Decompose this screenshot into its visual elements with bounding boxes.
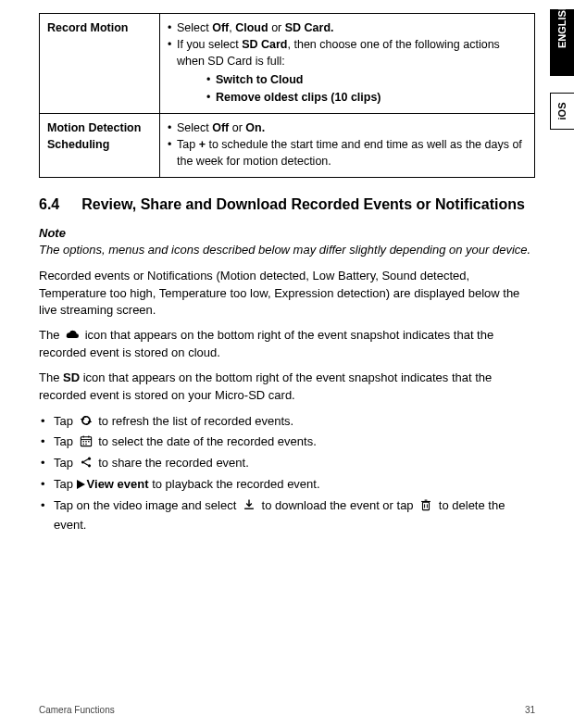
note-text: The options, menus and icons described b… <box>39 242 535 258</box>
list-item: Switch to Cloud <box>206 71 527 88</box>
svg-rect-8 <box>85 444 86 445</box>
svg-point-10 <box>88 458 91 460</box>
platform-tab-ios: iOS <box>550 93 574 130</box>
list-item: Select Off or On. <box>168 119 527 136</box>
list-item: Tap on the video image and select to dow… <box>39 496 535 535</box>
action-list: Tap to refresh the list of recorded even… <box>39 412 535 535</box>
list-item: Tap to share the recorded event. <box>39 454 535 473</box>
calendar-icon <box>79 434 94 447</box>
svg-line-12 <box>83 459 87 461</box>
note-label: Note <box>39 226 535 240</box>
section-title: Review, Share and Download Recorded Even… <box>81 195 525 215</box>
settings-table: Record Motion Select Off, Cloud or SD Ca… <box>39 13 535 178</box>
svg-rect-6 <box>88 441 89 442</box>
list-item: Tap View event to playback the recorded … <box>39 475 535 495</box>
list-item: Tap to select the date of the recorded e… <box>39 433 535 452</box>
setting-value: Select Off, Cloud or SD Card. If you sel… <box>160 14 535 114</box>
svg-rect-14 <box>423 502 430 509</box>
trash-icon <box>418 498 433 511</box>
setting-label: Motion Detection Scheduling <box>40 113 160 177</box>
share-icon <box>79 456 94 469</box>
footer-section: Camera Functions <box>39 705 115 715</box>
list-item: Select Off, Cloud or SD Card. <box>168 19 527 36</box>
svg-rect-7 <box>82 444 83 445</box>
svg-rect-5 <box>85 441 86 442</box>
list-item: Remove oldest clips (10 clips) <box>206 89 527 106</box>
list-item: Tap + to schedule the start time and end… <box>168 136 527 169</box>
paragraph: The SD icon that appears on the bottom r… <box>39 370 535 405</box>
svg-point-11 <box>88 465 91 468</box>
setting-value: Select Off or On. Tap + to schedule the … <box>160 113 535 177</box>
list-item: If you select SD Card, then choose one o… <box>168 36 527 106</box>
play-icon <box>77 480 85 489</box>
section-number: 6.4 <box>39 195 59 215</box>
table-row: Record Motion Select Off, Cloud or SD Ca… <box>40 14 535 114</box>
cloud-icon <box>65 328 80 341</box>
page-footer: Camera Functions 31 <box>39 705 535 715</box>
setting-label: Record Motion <box>40 14 160 114</box>
refresh-icon <box>79 414 94 427</box>
list-item: Tap to refresh the list of recorded even… <box>39 412 535 432</box>
section-heading: 6.4 Review, Share and Download Recorded … <box>39 195 535 215</box>
svg-line-13 <box>83 463 87 465</box>
paragraph: The icon that appears on the bottom righ… <box>39 327 535 362</box>
download-icon <box>242 498 256 511</box>
svg-rect-4 <box>82 441 83 442</box>
page-number: 31 <box>525 705 535 715</box>
language-tab-english: ENGLISH <box>550 9 574 76</box>
paragraph: Recorded events or Notifications (Motion… <box>39 268 535 320</box>
table-row: Motion Detection Scheduling Select Off o… <box>40 113 535 177</box>
